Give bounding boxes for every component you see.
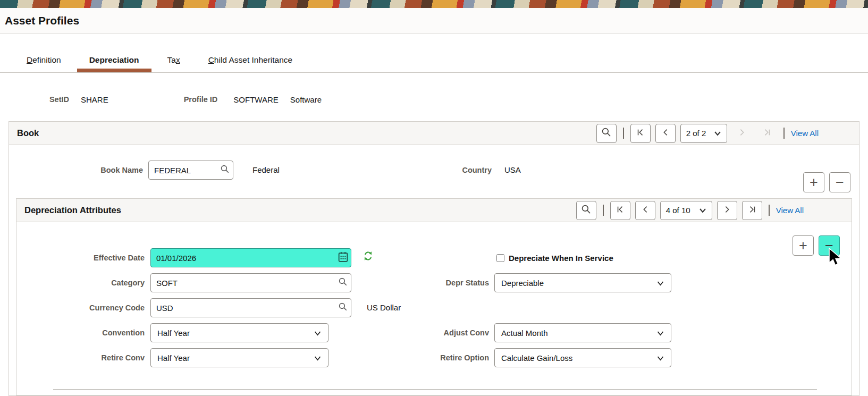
- book-first-button[interactable]: [630, 124, 651, 143]
- refresh-icon[interactable]: [363, 251, 373, 263]
- currency-code-input[interactable]: [151, 304, 335, 313]
- retire-conv-row: Retire Conv Half Year Retire Option Calc…: [16, 348, 852, 367]
- retire-option-label: Retire Option: [351, 348, 489, 367]
- chevron-down-icon: [656, 328, 664, 338]
- convention-row: Convention Half Year Adjust Conv Actual …: [16, 323, 852, 342]
- search-icon: [601, 127, 611, 139]
- adjust-conv-label: Adjust Conv: [351, 323, 489, 342]
- depr-nav-controls: 4 of 10 View All: [576, 201, 804, 220]
- depr-next-button[interactable]: [717, 201, 737, 220]
- retire-conv-label: Retire Conv: [16, 348, 145, 367]
- calendar-icon: [337, 251, 349, 265]
- retire-option-select[interactable]: Calculate Gain/Loss: [494, 348, 671, 367]
- depreciation-attributes-groupbox: Depreciation Attributes 4: [16, 198, 852, 395]
- convention-label: Convention: [16, 323, 145, 342]
- book-name-lookup-button[interactable]: [217, 161, 233, 179]
- book-body: + − Book Name Federal Country USA Deprec…: [9, 161, 859, 395]
- chevron-down-icon: [656, 353, 664, 363]
- depr-prev-button[interactable]: [635, 201, 655, 220]
- calendar-button[interactable]: [335, 249, 351, 267]
- book-last-button: [757, 124, 777, 143]
- depr-last-button[interactable]: [742, 201, 762, 220]
- profile-id-value: SOFTWARE: [233, 95, 278, 104]
- book-groupbox: Book 2 of 2: [9, 121, 859, 396]
- depreciate-when-in-service-group: Depreciate When In Service: [496, 248, 613, 267]
- effective-date-label: Effective Date: [16, 248, 145, 267]
- adjust-conv-select[interactable]: Actual Month: [494, 323, 671, 342]
- mouse-cursor: [829, 248, 842, 266]
- effective-date-row: Effective Date Depreciate When In Ser: [16, 248, 852, 267]
- tab-bar: Definition Depreciation Tax Child Asset …: [0, 33, 868, 73]
- nav-separator: [623, 128, 624, 139]
- tab-tax[interactable]: Tax: [167, 55, 180, 72]
- category-label: Category: [16, 273, 145, 292]
- book-name-label: Book Name: [9, 161, 143, 180]
- retire-conv-select[interactable]: Half Year: [150, 348, 328, 367]
- book-header: Book 2 of 2: [9, 122, 859, 145]
- profile-id-label: Profile ID: [184, 95, 218, 104]
- book-page-select[interactable]: 2 of 2: [680, 124, 727, 143]
- tab-definition[interactable]: Definition: [27, 55, 61, 72]
- book-name-input[interactable]: [149, 166, 217, 175]
- depr-first-button[interactable]: [610, 201, 630, 220]
- convention-select[interactable]: Half Year: [150, 323, 328, 342]
- page-header: Asset Profiles: [0, 8, 868, 33]
- first-page-icon: [616, 205, 625, 216]
- book-next-button: [732, 124, 752, 143]
- decorative-banner: [0, 0, 868, 8]
- setid-label: SetID: [34, 95, 69, 104]
- category-lookup-button[interactable]: [335, 274, 351, 292]
- depr-status-select[interactable]: Depreciable: [494, 273, 671, 292]
- key-fields-row: SetID SHARE Profile ID SOFTWARE Software: [0, 73, 868, 121]
- last-page-icon: [748, 205, 756, 216]
- tab-child-asset-inheritance[interactable]: Child Asset Inheritance: [208, 55, 293, 72]
- nav-separator: [769, 205, 770, 216]
- currency-code-label: Currency Code: [16, 298, 145, 317]
- search-icon: [581, 204, 591, 216]
- chevron-right-icon: [723, 205, 731, 216]
- tab-depreciation[interactable]: Depreciation: [89, 55, 139, 72]
- book-name-description: Federal: [252, 161, 280, 180]
- depreciation-attributes-header: Depreciation Attributes 4: [16, 199, 852, 222]
- chevron-left-icon: [661, 128, 670, 139]
- depr-status-label: Depr Status: [351, 273, 489, 292]
- book-name-row: Book Name Federal Country USA: [9, 161, 859, 180]
- depreciation-attributes-body: + − Effective Date: [16, 222, 852, 395]
- chevron-right-icon: [738, 128, 746, 139]
- category-field: [150, 273, 351, 292]
- book-name-field: [148, 161, 233, 180]
- search-icon: [338, 277, 348, 289]
- effective-date-input[interactable]: [151, 254, 335, 263]
- depreciate-when-in-service-checkbox[interactable]: [496, 254, 504, 262]
- country-value: USA: [504, 161, 521, 180]
- currency-description: US Dollar: [367, 298, 401, 317]
- nav-separator: [783, 128, 785, 139]
- profile-id-description: Software: [290, 95, 322, 104]
- book-nav-controls: 2 of 2 View All: [596, 124, 819, 143]
- category-row: Category Depr Status Depreciable: [16, 273, 852, 292]
- book-search-button[interactable]: [596, 124, 617, 143]
- depr-view-all-link[interactable]: View All: [776, 206, 804, 215]
- setid-value: SHARE: [81, 95, 108, 104]
- depreciate-when-in-service-label: Depreciate When In Service: [509, 254, 613, 263]
- depr-search-button[interactable]: [576, 201, 596, 220]
- book-prev-button[interactable]: [655, 124, 676, 143]
- chevron-down-icon: [714, 129, 721, 138]
- search-icon: [338, 302, 348, 314]
- depr-page-select[interactable]: 4 of 10: [660, 201, 712, 220]
- category-input[interactable]: [151, 279, 335, 288]
- depreciation-attributes-title: Depreciation Attributes: [24, 205, 121, 215]
- search-icon: [220, 164, 230, 176]
- book-view-all-link[interactable]: View All: [791, 129, 819, 138]
- currency-lookup-button[interactable]: [335, 299, 351, 317]
- last-page-icon: [763, 128, 771, 139]
- country-label: Country: [381, 161, 492, 180]
- effective-date-field: [150, 248, 351, 267]
- chevron-down-icon: [699, 206, 706, 215]
- nav-separator: [603, 205, 604, 216]
- currency-code-field: [150, 298, 351, 317]
- chevron-left-icon: [641, 205, 650, 216]
- asset-profiles-page: Asset Profiles Definition Depreciation T…: [0, 0, 868, 396]
- book-title: Book: [17, 128, 39, 138]
- first-page-icon: [636, 128, 645, 139]
